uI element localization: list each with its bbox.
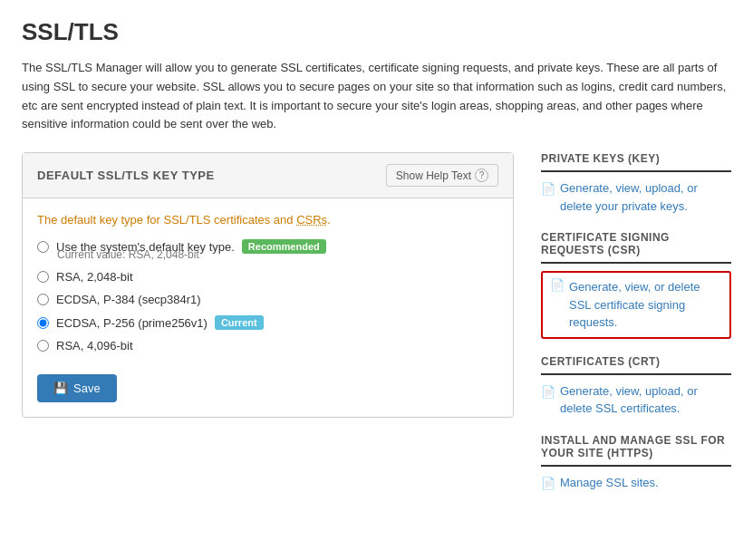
install-ssl-link-text: Manage SSL sites. (560, 474, 659, 492)
certificates-link[interactable]: 📄 Generate, view, upload, or delete SSL … (541, 382, 731, 418)
desc-text: The default key type for SSL/TLS certifi… (37, 213, 296, 227)
file-icon-certificates: 📄 (541, 383, 555, 401)
panel-title: DEFAULT SSL/TLS KEY TYPE (37, 169, 215, 182)
radio-option-3: ECDSA, P-384 (secp384r1) (37, 293, 498, 306)
csr-section: CERTIFICATE SIGNING REQUESTS (CSR) 📄 Gen… (541, 231, 731, 339)
private-keys-section: PRIVATE KEYS (KEY) 📄 Generate, view, upl… (541, 152, 731, 215)
radio-input-ecdsa-p256[interactable] (37, 317, 49, 329)
radio-input-rsa-2048[interactable] (37, 271, 49, 283)
floppy-icon (53, 381, 68, 395)
radio-label-rsa-2048[interactable]: RSA, 2,048-bit (56, 270, 133, 284)
save-section: Save (23, 367, 513, 417)
private-keys-link-text: Generate, view, upload, or delete your p… (560, 179, 731, 215)
badge-recommended: Recommended (242, 239, 326, 254)
radio-option-2: RSA, 2,048-bit (37, 270, 498, 284)
install-ssl-link[interactable]: 📄 Manage SSL sites. (541, 474, 731, 493)
file-icon-install-ssl: 📄 (541, 475, 555, 493)
panel-body: The default key type for SSL/TLS certifi… (23, 198, 513, 367)
radio-option-5: RSA, 4,096-bit (37, 339, 498, 352)
radio-input-ecdsa-p384[interactable] (37, 294, 49, 305)
right-panel: PRIVATE KEYS (KEY) 📄 Generate, view, upl… (541, 152, 731, 508)
certificates-title: CERTIFICATES (CRT) (541, 355, 731, 375)
radio-input-system-default[interactable] (37, 241, 49, 253)
panel-description: The default key type for SSL/TLS certifi… (37, 213, 498, 227)
save-button[interactable]: Save (37, 374, 117, 402)
panel-header: DEFAULT SSL/TLS KEY TYPE Show Help Text … (23, 153, 513, 198)
private-keys-link[interactable]: 📄 Generate, view, upload, or delete your… (541, 179, 731, 215)
certificates-section: CERTIFICATES (CRT) 📄 Generate, view, upl… (541, 355, 731, 418)
certificates-link-text: Generate, view, upload, or delete SSL ce… (560, 382, 731, 418)
page-title: SSL/TLS (22, 18, 731, 46)
private-keys-title: PRIVATE KEYS (KEY) (541, 152, 731, 172)
badge-current: Current (215, 315, 264, 330)
install-ssl-section: INSTALL AND MANAGE SSL FOR YOUR SITE (HT… (541, 434, 731, 493)
csr-link[interactable]: CSRs (296, 213, 327, 227)
radio-option-1: Use the system's default key type. Recom… (37, 239, 498, 261)
csr-title: CERTIFICATE SIGNING REQUESTS (CSR) (541, 231, 731, 264)
show-help-button[interactable]: Show Help Text ? (386, 164, 498, 187)
file-icon-csr: 📄 (550, 278, 565, 292)
radio-input-rsa-4096[interactable] (37, 340, 49, 352)
csr-section-link[interactable]: Generate, view, or delete SSL certificat… (569, 278, 722, 332)
key-type-radio-group: Use the system's default key type. Recom… (37, 239, 498, 352)
intro-text: The SSL/TLS Manager will allow you to ge… (22, 59, 731, 134)
show-help-label: Show Help Text (396, 169, 471, 182)
question-icon: ? (475, 169, 488, 182)
file-icon-private-keys: 📄 (541, 180, 555, 198)
csr-link-box: 📄 Generate, view, or delete SSL certific… (541, 271, 731, 339)
radio-label-rsa-4096[interactable]: RSA, 4,096-bit (56, 339, 133, 352)
install-ssl-title: INSTALL AND MANAGE SSL FOR YOUR SITE (HT… (541, 434, 731, 467)
radio-label-ecdsa-p384[interactable]: ECDSA, P-384 (secp384r1) (56, 293, 201, 306)
radio-option-4: ECDSA, P-256 (prime256v1) Current (37, 315, 498, 330)
radio-label-ecdsa-p256[interactable]: ECDSA, P-256 (prime256v1) (56, 316, 208, 330)
desc-end: . (327, 213, 331, 227)
save-label: Save (73, 381, 101, 395)
main-layout: DEFAULT SSL/TLS KEY TYPE Show Help Text … (22, 152, 731, 508)
ssl-key-type-panel: DEFAULT SSL/TLS KEY TYPE Show Help Text … (22, 152, 514, 418)
